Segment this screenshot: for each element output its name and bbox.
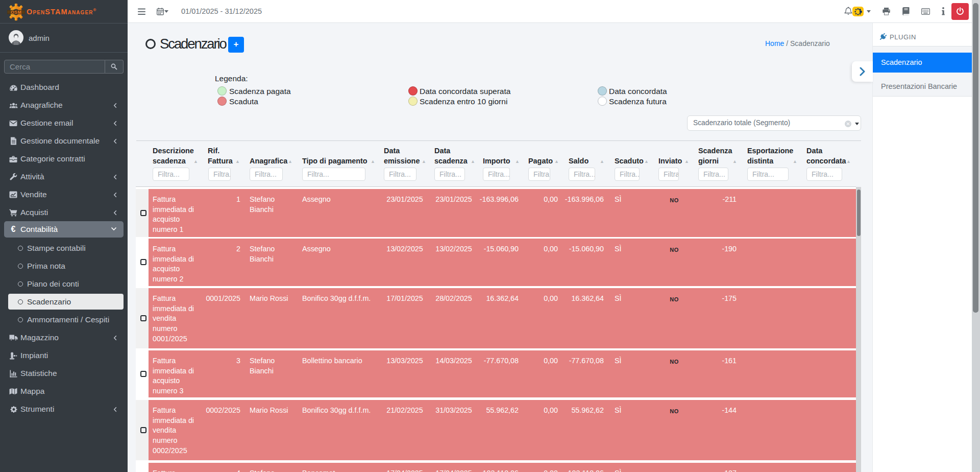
- svg-text:OSM: OSM: [11, 10, 21, 15]
